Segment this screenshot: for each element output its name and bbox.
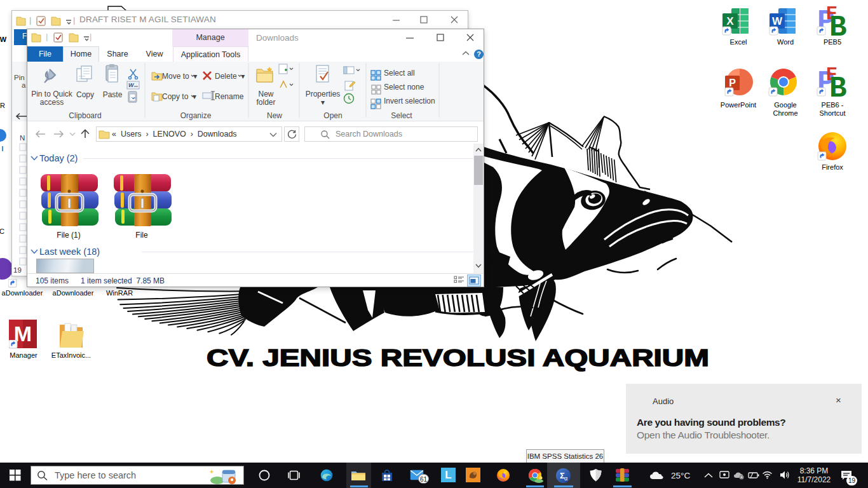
svg-text:P: P — [729, 78, 736, 88]
svg-text:CV. JENIUS REVOLUSI AQUARIUM: CV. JENIUS REVOLUSI AQUARIUM — [207, 345, 709, 371]
svg-text:α: α — [564, 475, 567, 482]
svg-text:W: W — [772, 15, 783, 27]
svg-text:X: X — [726, 15, 734, 27]
